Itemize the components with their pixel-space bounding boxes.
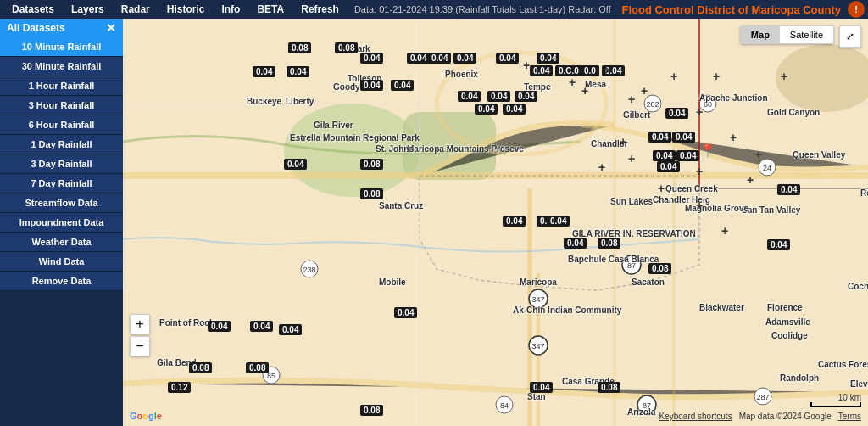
map-container[interactable]: 202 60 347 347 87 24 287 87 84 85	[123, 19, 868, 426]
zoom-controls: + −	[130, 314, 150, 358]
rain-data-label: 0.04	[648, 132, 671, 143]
rain-data-label: 0.04	[653, 150, 676, 161]
rain-data-label: 0.04	[287, 66, 309, 77]
zoom-out-button[interactable]: −	[130, 336, 150, 356]
rain-data-label: 0.04	[767, 239, 790, 250]
topbar: Datasets Layers Radar Historic Info BETA…	[0, 0, 868, 19]
rain-data-label: 0.04	[391, 80, 414, 91]
rain-data-label: 0.04	[530, 382, 553, 393]
station-marker[interactable]: +	[755, 149, 762, 160]
station-marker[interactable]: +	[581, 85, 588, 97]
btn-30min-rainfall[interactable]: 30 Minute Rainfall	[0, 57, 123, 76]
svg-text:238: 238	[303, 266, 315, 274]
svg-text:287: 287	[756, 393, 769, 401]
zoom-in-button[interactable]: +	[130, 314, 150, 334]
station-marker[interactable]: +	[747, 174, 754, 186]
svg-text:84: 84	[500, 401, 509, 410]
btn-6hour-rainfall[interactable]: 6 Hour Rainfall	[0, 115, 123, 135]
terms-link[interactable]: Terms	[838, 412, 861, 421]
station-marker[interactable]: +	[696, 199, 703, 211]
svg-text:202: 202	[646, 100, 659, 109]
sidebar-title: All Datasets	[7, 22, 65, 34]
station-marker[interactable]: +	[569, 76, 576, 88]
sidebar-close-button[interactable]: ✕	[106, 22, 116, 34]
btn-1hour-rainfall[interactable]: 1 Hour Rainfall	[0, 76, 123, 96]
sidebar-header: All Datasets ✕	[0, 19, 123, 37]
rain-data-label: 0.08	[189, 362, 212, 373]
map-type-toggle: Map Satellite	[740, 25, 834, 44]
map-data-text: Map data ©2024 Google	[739, 412, 832, 421]
rain-data-label: 0.04	[208, 321, 231, 332]
btn-weather[interactable]: Weather Data	[0, 233, 123, 252]
rain-data-label: 0.04	[503, 104, 526, 115]
svg-text:24: 24	[763, 164, 771, 172]
station-marker[interactable]: +	[713, 70, 720, 82]
map-view-button[interactable]: Map	[741, 26, 780, 43]
btn-1day-rainfall[interactable]: 1 Day Rainfall	[0, 135, 123, 154]
nav-item-radar[interactable]: Radar	[113, 2, 159, 17]
nav-item-historic[interactable]: Historic	[159, 2, 214, 17]
rain-data-label: 0.04	[394, 307, 417, 318]
rain-data-label: 0.08	[598, 238, 620, 249]
station-marker[interactable]: +	[603, 64, 609, 76]
btn-3hour-rainfall[interactable]: 3 Hour Rainfall	[0, 96, 123, 115]
rain-data-label: 0.04	[453, 53, 476, 64]
rain-data-label: 0.04	[537, 53, 559, 64]
station-marker[interactable]: +	[628, 93, 635, 105]
btn-10min-rainfall[interactable]: 10 Minute Rainfall	[0, 37, 123, 57]
satellite-view-button[interactable]: Satellite	[780, 26, 833, 43]
svg-text:87: 87	[643, 401, 651, 410]
rain-data-label: 0.08	[648, 263, 671, 274]
station-marker[interactable]: +	[658, 182, 665, 194]
location-marker: 📍	[699, 143, 716, 159]
rain-data-label: 0.08	[360, 159, 383, 170]
btn-impoundment[interactable]: Impoundment Data	[0, 213, 123, 233]
rain-data-label: 0.04	[475, 104, 498, 115]
station-marker[interactable]: +	[598, 161, 605, 173]
btn-wind[interactable]: Wind Data	[0, 252, 123, 272]
keyboard-shortcuts[interactable]: Keyboard shortcuts	[659, 412, 732, 421]
rain-data-label: 0.0	[581, 65, 599, 76]
station-marker[interactable]: +	[670, 70, 677, 82]
rain-data-label: 0.04	[279, 324, 302, 335]
rain-data-label: 0.04	[672, 132, 695, 143]
nav-item-info[interactable]: Info	[213, 2, 248, 17]
station-marker[interactable]: +	[620, 136, 626, 148]
nav-item-layers[interactable]: Layers	[63, 2, 113, 17]
rain-data-label: 0.04	[407, 53, 430, 64]
svg-text:87: 87	[627, 261, 636, 270]
station-marker[interactable]: +	[781, 70, 787, 82]
station-marker[interactable]: +	[628, 153, 635, 165]
nav-item-beta[interactable]: BETA	[248, 2, 292, 17]
rain-data-label: 0.04	[530, 65, 553, 76]
sidebar: All Datasets ✕ 10 Minute Rainfall 30 Min…	[0, 19, 123, 426]
scale-line	[810, 402, 861, 407]
map-background: 202 60 347 347 87 24 287 87 84 85	[123, 19, 868, 426]
station-marker[interactable]: +	[523, 59, 530, 71]
nav-item-refresh[interactable]: Refresh	[292, 2, 348, 17]
warning-icon: !	[848, 1, 865, 18]
station-marker[interactable]: +	[696, 106, 703, 118]
btn-3day-rainfall[interactable]: 3 Day Rainfall	[0, 154, 123, 174]
map-footer: Keyboard shortcuts Map data ©2024 Google…	[659, 412, 861, 421]
rain-data-label: 0.04	[564, 238, 587, 249]
rain-data-label: 0.08	[598, 382, 620, 393]
btn-remove-data[interactable]: Remove Data	[0, 272, 123, 291]
btn-7day-rainfall[interactable]: 7 Day Rainfall	[0, 174, 123, 193]
rain-data-label: 0.04	[665, 108, 688, 119]
fullscreen-button[interactable]: ⤢	[839, 25, 861, 48]
nav-item-datasets[interactable]: Datasets	[3, 2, 63, 17]
station-marker[interactable]: +	[721, 225, 728, 237]
station-marker[interactable]: +	[696, 165, 703, 177]
rain-data-label: 0.04	[458, 91, 481, 102]
svg-text:85: 85	[267, 372, 275, 380]
site-title: Flood Control District of Maricopa Count…	[621, 3, 841, 16]
scale-label: 10 km	[838, 393, 861, 402]
svg-text:347: 347	[531, 342, 544, 350]
svg-text:60: 60	[704, 100, 712, 109]
btn-streamflow[interactable]: Streamflow Data	[0, 193, 123, 213]
rain-data-label: 0.04	[547, 216, 570, 227]
rain-data-label: 0.04	[250, 321, 273, 332]
station-marker[interactable]: +	[730, 132, 737, 143]
station-marker[interactable]: +	[641, 85, 648, 97]
